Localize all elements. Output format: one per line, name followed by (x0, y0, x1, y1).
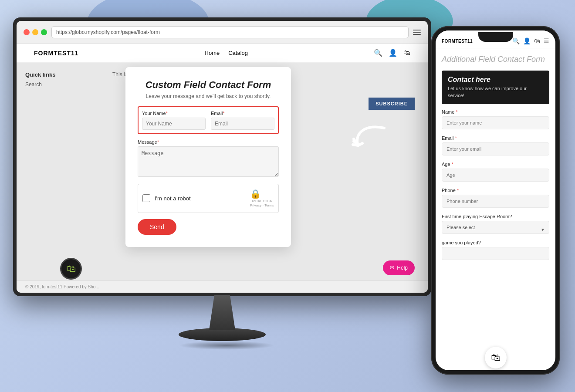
captcha-brand: 🔒 reCAPTCHA Privacy - Terms (250, 189, 274, 208)
help-label: Help (397, 265, 408, 271)
phone-logo: FORMTEST11 (442, 39, 473, 44)
contact-here-title: Contact here (448, 76, 543, 84)
phone: FORMTEST11 🔍 👤 🛍 ☰ Additional Field Cont… (431, 26, 566, 383)
phone-search-icon[interactable]: 🔍 (512, 37, 520, 44)
phone-body: Additional Field Contact Form Contact he… (436, 48, 555, 365)
nav-catalog[interactable]: Catalog (228, 50, 248, 56)
phone-game-input[interactable] (442, 247, 549, 260)
store-main: This is a demo p... SUBSCRIBE (104, 63, 428, 289)
phone-escape-select[interactable]: Please select (442, 221, 549, 234)
arrow-decoration (349, 119, 393, 154)
store-nav: Home Catalog (205, 50, 248, 56)
phone-phone-input[interactable] (442, 195, 549, 208)
phone-field-email: Email * (442, 135, 549, 160)
subscribe-button[interactable]: SUBSCRIBE (369, 98, 415, 110)
phone-age-input[interactable] (442, 169, 549, 182)
sidebar-link-search[interactable]: Search (25, 81, 95, 88)
store-header: FORMTEST11 Home Catalog 🔍 👤 🛍 (17, 44, 428, 63)
search-icon[interactable]: 🔍 (374, 49, 382, 57)
phone-field-age: Age * (442, 162, 549, 186)
phone-field-game: game you played? (442, 240, 549, 264)
email-input[interactable] (211, 118, 274, 130)
account-icon[interactable]: 👤 (389, 49, 397, 57)
send-button[interactable]: Send (138, 219, 176, 235)
captcha-logo: 🔒 (250, 189, 274, 199)
store-icons: 🔍 👤 🛍 (374, 49, 410, 57)
phone-page-title: Additional Field Contact Form (442, 54, 549, 64)
stand-neck (209, 295, 235, 330)
modal-title: Custom Field Contact Form (138, 79, 279, 91)
phone-age-label: Age * (442, 162, 549, 167)
monitor-stand (179, 295, 266, 352)
contact-here-panel: Contact here Let us know how we can impr… (442, 71, 549, 104)
phone-field-name: Name * (442, 109, 549, 134)
shopify-icon: 🛍 (66, 263, 76, 274)
contact-here-subtitle: Let us know how we can improve our servi… (448, 85, 543, 99)
captcha-text: reCAPTCHA Privacy - Terms (250, 199, 274, 208)
message-label: Message* (138, 139, 279, 145)
browser-chrome: https://globo.myshopify.com/pages/float-… (17, 21, 428, 44)
browser-menu-icon[interactable] (413, 30, 421, 35)
phone-screen: FORMTEST11 🔍 👤 🛍 ☰ Additional Field Cont… (436, 30, 555, 370)
captcha-row: I'm not a robot 🔒 reCAPTCHA Privacy - Te… (138, 184, 279, 213)
subscribe-area: SUBSCRIBE (369, 98, 415, 110)
phone-notch (478, 32, 513, 42)
phone-field-escape: First time playing Escape Room? Please s… (442, 214, 549, 238)
store-footer: © 2019, formtest11 Powered by Sho... (17, 280, 428, 293)
phone-name-label: Name * (442, 109, 549, 115)
name-label: Your Name* (142, 111, 206, 116)
contact-modal: Custom Field Contact Form Leave your mes… (125, 67, 291, 247)
store-logo: FORMTEST11 (34, 50, 79, 57)
phone-field-phone: Phone * (442, 188, 549, 212)
traffic-lights (24, 29, 47, 35)
form-row-name-email: Your Name* Email* (138, 106, 279, 134)
phone-phone-label: Phone * (442, 188, 549, 193)
monitor: https://globo.myshopify.com/pages/float-… (13, 17, 449, 357)
email-label: Email* (211, 111, 274, 116)
monitor-screen: https://globo.myshopify.com/pages/float-… (13, 17, 431, 296)
help-button-monitor[interactable]: ✉ Help (383, 260, 415, 275)
message-textarea[interactable] (138, 146, 279, 177)
traffic-light-yellow[interactable] (32, 29, 38, 35)
phone-game-label: game you played? (442, 240, 549, 245)
phone-account-icon[interactable]: 👤 (523, 37, 531, 44)
sidebar-title: Quick links (25, 71, 95, 78)
phone-cart-icon[interactable]: 🛍 (534, 37, 540, 44)
shopify-badge-phone: 🛍 (485, 347, 507, 368)
store-content: FORMTEST11 Home Catalog 🔍 👤 🛍 Q (17, 44, 428, 293)
phone-email-input[interactable] (442, 142, 549, 155)
help-icon: ✉ (390, 265, 394, 271)
form-group-message: Message* (138, 139, 279, 179)
phone-email-label: Email * (442, 135, 549, 141)
cart-icon[interactable]: 🛍 (403, 49, 410, 57)
modal-subtitle: Leave your message and we'll get back to… (138, 93, 279, 99)
form-group-email: Email* (211, 111, 274, 130)
form-group-name: Your Name* (142, 111, 206, 130)
traffic-light-red[interactable] (24, 29, 30, 35)
store-sidebar: Quick links Search (17, 63, 104, 289)
shopify-phone-icon: 🛍 (491, 352, 501, 363)
name-input[interactable] (142, 118, 206, 130)
store-body: Quick links Search This is a demo p... S… (17, 63, 428, 289)
phone-name-input[interactable] (442, 116, 549, 129)
nav-home[interactable]: Home (205, 50, 220, 56)
phone-escape-label: First time playing Escape Room? (442, 214, 549, 219)
traffic-light-green[interactable] (41, 29, 47, 35)
monitor-inner: https://globo.myshopify.com/pages/float-… (17, 21, 428, 293)
footer-text: © 2019, formtest11 Powered by Sho... (25, 284, 99, 289)
url-bar[interactable]: https://globo.myshopify.com/pages/float-… (51, 26, 409, 38)
shopify-badge-monitor: 🛍 (60, 258, 82, 280)
captcha-label: I'm not a robot (155, 195, 246, 202)
phone-icons: 🔍 👤 🛍 ☰ (512, 37, 549, 44)
captcha-checkbox[interactable] (142, 194, 150, 202)
select-wrapper: Please select ▼ (442, 221, 549, 238)
url-text: https://globo.myshopify.com/pages/float-… (56, 29, 160, 35)
stand-shadow (179, 341, 274, 350)
phone-outer: FORMTEST11 🔍 👤 🛍 ☰ Additional Field Cont… (431, 26, 560, 375)
phone-menu-icon[interactable]: ☰ (544, 37, 549, 44)
